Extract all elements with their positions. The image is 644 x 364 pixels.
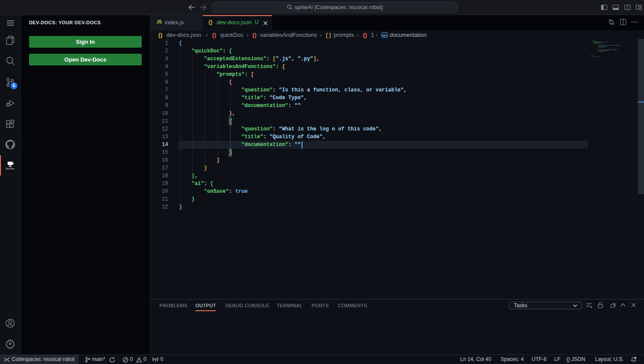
svg-text:abc: abc [382,33,387,36]
